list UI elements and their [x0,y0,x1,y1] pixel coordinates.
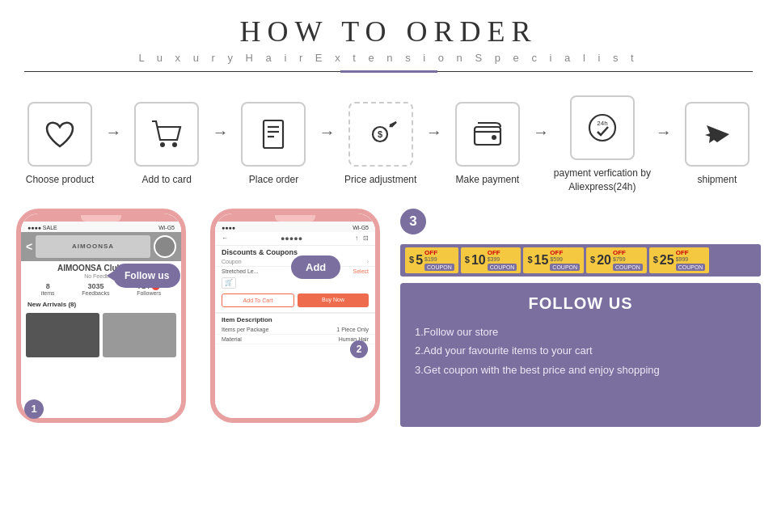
price-icon: $ [362,116,399,153]
step-payment-verification: 24h payment verfication by Aliexpress(24… [551,95,654,194]
coupon-2-min: $399 [488,256,500,263]
coupon-3-min: $599 [550,256,563,263]
coupon-2: $ 10 OFF $399 COUPON [461,247,522,273]
coupon-2-amount: 10 [471,254,486,267]
desc-val-2: Human Hair [339,336,369,342]
phone-2-top-bar: ●●●●Wi-G5 [215,222,375,232]
svg-line-10 [390,125,391,127]
coupon-5: $ 25 OFF $999 COUPON [649,247,710,273]
svg-point-13 [589,115,615,141]
coupon-2-dollar: $ [465,255,470,264]
page-title: HOW TO ORDER [0,15,777,49]
phone-1: ●●●● SALEWi-G5 < AIMOONSA AIMOONSA Club … [16,209,186,423]
receipt-icon [255,116,292,153]
place-order-icon-box [241,102,306,167]
coupon-1-amount: 5 [416,254,423,267]
desc-key-1: Items per Package [222,327,268,332]
coupon-1-dollar: $ [409,255,414,264]
phone-1-grid [21,310,181,361]
phone-1-wrapper: ●●●● SALEWi-G5 < AIMOONSA AIMOONSA Club … [16,209,202,427]
payment-verification-label: payment verfication by Aliexpress(24h) [551,167,654,194]
coupon-1: $ 5 OFF $199 COUPON [405,247,458,273]
svg-point-1 [172,142,177,147]
coupon-2-off: OFF [488,250,500,256]
follow-us-bubble: Follow us [113,264,180,288]
phone-1-top-bar: ●●●● SALEWi-G5 [21,222,181,232]
arrow-6: → [656,123,672,141]
follow-panel-text: 1.Follow our store 2.Add your favourite … [415,323,746,379]
bottom-section: ●●●● SALEWi-G5 < AIMOONSA AIMOONSA Club … [0,209,777,427]
follow-item-3: 3.Get coupon with the best price and enj… [415,361,746,379]
svg-text:24h: 24h [597,120,607,127]
select-label: Select [353,268,369,274]
coupon-4-off: OFF [613,250,626,256]
arrow-1: → [105,123,121,141]
coupon-3-dollar: $ [527,255,532,264]
buy-now-button[interactable]: Buy Now [298,293,369,307]
phone-2-desc-row-2: Material Human Hair [215,335,375,344]
price-adjustment-icon-box: $ [348,102,413,167]
coupon-1-off: OFF [424,250,437,256]
coupon-4-dollar: $ [590,255,595,264]
arrow-4: → [426,123,442,141]
add-to-cart-icon-box [134,102,199,167]
phone-1-banner: < AIMOONSA [21,232,181,261]
stat-feedbacks: 3035 [82,282,109,290]
svg-rect-11 [475,127,500,145]
step-badge-3: 3 [400,209,426,234]
header-divider [24,70,753,73]
coupon-strip: $ 5 OFF $199 COUPON $ 10 OFF $399 COUPON… [400,244,761,277]
steps-section: Choose product → Add to card → Place ord… [0,78,777,202]
header: HOW TO ORDER L u x u r y H a i r E x t e… [0,0,777,78]
coupon-2-btn[interactable]: COUPON [488,264,517,271]
clock-check-icon: 24h [584,109,621,146]
coupon-1-min: $199 [424,256,437,263]
phone-2: ●●●●Wi-G5 ← ●●●●● ↑⊡ Discounts & Coupons… [210,209,380,423]
stretched-label: Stretched Le... [222,268,259,274]
coupon-3-amount: 15 [534,254,549,267]
add-to-cart-label: Add to card [142,173,192,187]
coupon-4-btn[interactable]: COUPON [613,264,643,271]
svg-point-12 [492,135,496,140]
arrow-3: → [319,123,336,141]
coupon-4: $ 20 OFF $799 COUPON [586,247,647,273]
coupon-5-btn[interactable]: COUPON [676,264,706,271]
desc-key-2: Material [222,336,242,342]
svg-text:$: $ [378,129,382,139]
product-thumb-2 [103,313,176,357]
follow-us-panel: FOLLOW US 1.Follow our store 2.Add your … [400,283,761,427]
coupon-4-min: $799 [613,256,626,263]
cart-icon [148,116,185,153]
place-order-label: Place order [249,173,298,187]
coupon-1-btn[interactable]: COUPON [424,264,454,271]
phone-2-desc-title: Item Description [215,313,375,325]
choose-product-label: Choose product [26,173,95,187]
phone-2-wrapper: ●●●●Wi-G5 ← ●●●●● ↑⊡ Discounts & Coupons… [210,209,392,427]
phone-2-buttons: Add To Cart Buy Now [215,290,375,310]
plane-icon [699,116,736,153]
step-place-order: Place order [230,102,317,187]
step-make-payment: Make payment [444,102,531,187]
shipment-label: shipment [698,173,737,187]
follow-item-2: 2.Add your favourite items to your cart [415,341,746,360]
step-price-adjustment: $ Price adjustment [337,102,424,187]
page-subtitle: L u x u r y H a i r E x t e n s i o n S … [0,52,777,64]
coupon-4-amount: 20 [597,254,611,267]
shipment-icon-box [685,102,750,167]
add-bubble: Add [291,255,340,279]
stat-items: 8 [41,282,55,290]
phone-1-inner: ●●●● SALEWi-G5 < AIMOONSA AIMOONSA Club … [21,213,181,418]
coupon-3-btn[interactable]: COUPON [550,264,580,271]
coupon-5-amount: 25 [660,254,674,267]
phone-2-cart-icons: 🛒 [215,276,375,290]
coupon-5-off: OFF [676,250,689,256]
make-payment-label: Make payment [455,173,519,187]
wallet-icon [469,116,506,153]
step-add-to-cart: Add to card [123,102,210,187]
step-badge-2: 2 [350,340,368,358]
svg-rect-2 [264,120,283,148]
coupon-5-min: $999 [676,256,689,263]
payment-verification-icon-box: 24h [570,95,635,160]
add-to-cart-button[interactable]: Add To Cart [222,293,294,307]
step-badge-1: 1 [24,399,44,419]
